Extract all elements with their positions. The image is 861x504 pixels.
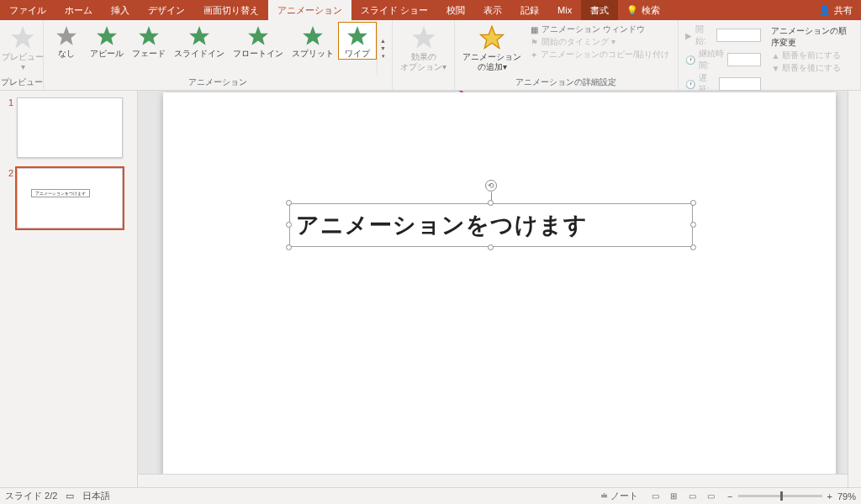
timing-duration-field[interactable] bbox=[727, 53, 761, 66]
tab-record[interactable]: 記録 bbox=[511, 0, 548, 20]
tab-file[interactable]: ファイル bbox=[0, 0, 55, 20]
add-animation-label: アニメーション の追加▾ bbox=[462, 52, 521, 71]
tab-review[interactable]: 校閲 bbox=[437, 0, 474, 20]
play-icon: ▶ bbox=[685, 31, 692, 40]
view-sorter-button[interactable]: ⊞ bbox=[665, 490, 682, 503]
zoom-in-button[interactable]: + bbox=[827, 491, 832, 501]
textbox-text[interactable]: アニメーションをつけます bbox=[289, 203, 693, 247]
lightbulb-icon: 💡 bbox=[626, 5, 638, 16]
resize-handle-r[interactable] bbox=[690, 222, 696, 228]
share-button[interactable]: 👤 共有 bbox=[811, 0, 861, 20]
svg-marker-6 bbox=[303, 26, 323, 45]
slide-editor[interactable]: クリックする ⟲ アニメーションをつけます bbox=[138, 91, 861, 487]
anim-none-button[interactable]: なし bbox=[47, 22, 86, 60]
view-normal-button[interactable]: ▭ bbox=[647, 490, 663, 503]
group-preview-label: プレビュー bbox=[0, 76, 43, 90]
spellcheck-icon[interactable]: ▭ bbox=[66, 491, 74, 501]
svg-marker-5 bbox=[248, 26, 268, 45]
anim-fade-label: フェード bbox=[132, 49, 166, 59]
resize-handle-b[interactable] bbox=[488, 244, 494, 250]
resize-handle-tl[interactable] bbox=[286, 200, 292, 206]
anim-floatin-button[interactable]: フロートイン bbox=[229, 22, 288, 60]
svg-marker-3 bbox=[139, 26, 159, 45]
vertical-scrollbar[interactable] bbox=[848, 91, 861, 487]
effect-options-label: 効果の オプション▾ bbox=[400, 52, 446, 71]
zoom-out-button[interactable]: − bbox=[727, 491, 732, 501]
zoom-slider[interactable] bbox=[738, 495, 822, 497]
status-slide-number: スライド 2/2 bbox=[5, 490, 57, 502]
thumbnail-2[interactable]: 2 アニメーションをつけます bbox=[5, 168, 132, 228]
group-animation-label: アニメーション bbox=[44, 76, 392, 90]
status-language[interactable]: 日本語 bbox=[82, 490, 110, 502]
svg-marker-0 bbox=[11, 26, 34, 48]
chevron-up-icon: ▲ bbox=[380, 38, 386, 44]
timing-start-field[interactable] bbox=[716, 29, 761, 42]
rotate-handle[interactable]: ⟲ bbox=[485, 180, 497, 192]
notes-button[interactable]: ≐ ノート bbox=[600, 490, 638, 502]
svg-marker-1 bbox=[56, 26, 77, 45]
anim-split-label: スプリット bbox=[292, 49, 334, 59]
group-effect-options: 効果の オプション▾ bbox=[393, 20, 455, 90]
tab-mix[interactable]: Mix bbox=[548, 0, 581, 20]
resize-handle-t[interactable] bbox=[488, 200, 494, 206]
effect-options-button[interactable]: 効果の オプション▾ bbox=[396, 22, 451, 72]
share-icon: 👤 bbox=[819, 5, 831, 16]
tab-transitions[interactable]: 画面切り替え bbox=[194, 0, 268, 20]
tab-slideshow[interactable]: スライド ショー bbox=[351, 0, 437, 20]
pane-icon: ▦ bbox=[531, 25, 538, 34]
thumbnail-1[interactable]: 1 bbox=[5, 97, 132, 158]
svg-marker-8 bbox=[412, 26, 436, 48]
anim-fade-button[interactable]: フェード bbox=[128, 22, 170, 60]
group-animation-gallery: なしアピールフェードスライドインフロートインスプリットワイプ▲▼▾ アニメーショ… bbox=[44, 20, 393, 90]
view-slideshow-button[interactable]: ▭ bbox=[702, 490, 719, 503]
tell-me-label: 検索 bbox=[642, 4, 660, 17]
painter-icon: ✦ bbox=[531, 50, 537, 60]
slide-thumbnails-panel[interactable]: 1 2 アニメーションをつけます bbox=[0, 91, 138, 487]
tab-insert[interactable]: 挿入 bbox=[102, 0, 139, 20]
group-advanced-animation: アニメーション の追加▾ ▦アニメーション ウィンドウ ⚑開始のタイミング ▾ … bbox=[455, 20, 679, 90]
resize-handle-l[interactable] bbox=[286, 222, 292, 228]
tab-design[interactable]: デザイン bbox=[139, 0, 194, 20]
resize-handle-bl[interactable] bbox=[286, 244, 292, 250]
trigger-icon: ⚑ bbox=[531, 38, 538, 47]
zoom-value[interactable]: 79% bbox=[837, 491, 856, 501]
anim-appear-label: アピール bbox=[90, 49, 124, 59]
resize-handle-tr[interactable] bbox=[690, 200, 696, 206]
svg-marker-9 bbox=[480, 26, 504, 48]
trigger-button[interactable]: ⚑開始のタイミング ▾ bbox=[531, 36, 669, 48]
reorder-earlier-button[interactable]: ▲順番を前にする bbox=[771, 50, 848, 61]
tab-animations[interactable]: アニメーション bbox=[268, 0, 351, 20]
view-buttons: ▭ ⊞ ▭ ▭ bbox=[647, 490, 719, 503]
tab-format[interactable]: 書式 bbox=[581, 0, 618, 20]
chevron-down-icon: ▼ bbox=[380, 45, 386, 51]
horizontal-scrollbar[interactable] bbox=[138, 474, 848, 487]
reorder-title: アニメーションの順序変更 bbox=[771, 25, 848, 49]
add-animation-button[interactable]: アニメーション の追加▾ bbox=[458, 22, 526, 72]
status-bar: スライド 2/2 ▭ 日本語 ≐ ノート ▭ ⊞ ▭ ▭ − + 79% bbox=[0, 487, 861, 504]
tab-home[interactable]: ホーム bbox=[55, 0, 102, 20]
anim-wipe-button[interactable]: ワイプ bbox=[338, 22, 377, 60]
tell-me-search[interactable]: 💡 検索 bbox=[618, 0, 668, 20]
view-reading-button[interactable]: ▭ bbox=[684, 490, 700, 503]
animation-painter-button[interactable]: ✦アニメーションのコピー/貼り付け bbox=[531, 49, 669, 60]
reorder-later-button[interactable]: ▼順番を後にする bbox=[771, 62, 848, 74]
workspace: 1 2 アニメーションをつけます クリックする ⟲ アニメーションをつけます bbox=[0, 91, 861, 487]
resize-handle-br[interactable] bbox=[690, 244, 696, 250]
delay-icon: 🕐 bbox=[685, 80, 695, 89]
slide-canvas[interactable]: ⟲ アニメーションをつけます bbox=[163, 92, 836, 479]
thumbnail-1-preview[interactable] bbox=[17, 97, 123, 158]
timing-delay-field[interactable] bbox=[719, 77, 761, 91]
preview-button[interactable]: プレビュー ▾ bbox=[3, 22, 42, 72]
thumbnail-2-preview[interactable]: アニメーションをつけます bbox=[17, 168, 123, 228]
selected-textbox[interactable]: ⟲ アニメーションをつけます bbox=[289, 203, 693, 247]
animation-gallery: なしアピールフェードスライドインフロートインスプリットワイプ▲▼▾ bbox=[44, 20, 392, 76]
anim-split-button[interactable]: スプリット bbox=[288, 22, 338, 60]
thumbnail-2-textbox: アニメーションをつけます bbox=[31, 189, 90, 197]
group-advanced-label: アニメーションの詳細設定 bbox=[455, 76, 678, 90]
animation-pane-button[interactable]: ▦アニメーション ウィンドウ bbox=[531, 24, 669, 35]
anim-slidein-button[interactable]: スライドイン bbox=[170, 22, 229, 60]
animation-gallery-more[interactable]: ▲▼▾ bbox=[377, 22, 388, 76]
svg-marker-4 bbox=[189, 26, 209, 45]
tab-view[interactable]: 表示 bbox=[474, 0, 511, 20]
anim-appear-button[interactable]: アピール bbox=[86, 22, 128, 60]
